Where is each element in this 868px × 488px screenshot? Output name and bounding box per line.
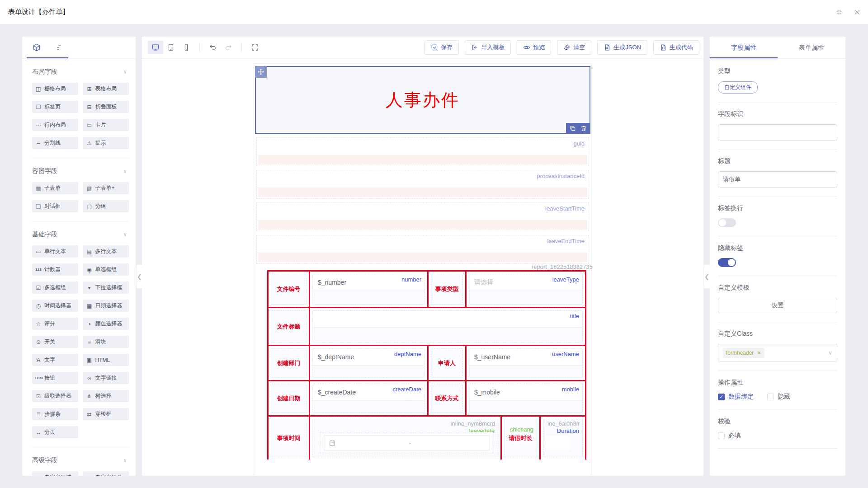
close-icon[interactable] (854, 9, 861, 16)
sidebar-item-group[interactable]: ▢分组 (83, 200, 129, 212)
cell-label-title[interactable]: 文件标题 (269, 308, 310, 345)
sidebar-item-custom-widget[interactable]: ▣自定义组件 (83, 471, 129, 476)
generate-code-button[interactable]: 生成代码 (653, 40, 699, 55)
sidebar-item-counter[interactable]: 123计数器 (32, 263, 78, 276)
hide-label-toggle[interactable] (718, 258, 736, 267)
sidebar-item-cascader[interactable]: ⊡级联选择器 (32, 390, 78, 402)
tab-field-properties[interactable]: 字段属性 (710, 37, 778, 58)
hidden-field-row[interactable]: leaveStartTime (256, 202, 589, 231)
remove-tag-icon[interactable]: ✕ (757, 350, 761, 356)
checkbox-data-binding[interactable]: ✓ 数据绑定 (718, 393, 754, 401)
components-cube-icon[interactable] (32, 43, 41, 52)
cell-field-leavedate[interactable]: inline_nym8mcrd leavedate - (310, 417, 502, 460)
sidebar-item-text-link[interactable]: ∞文字链接 (83, 372, 129, 384)
sidebar-item-inline-layout[interactable]: ⋯行内布局 (32, 119, 78, 131)
sidebar-item-switch[interactable]: ⊙开关 (32, 336, 78, 348)
cell-field-title[interactable]: title (310, 308, 585, 345)
sidebar-section-header[interactable]: 基础字段∨ (32, 221, 129, 239)
sidebar-item-tab-page[interactable]: ❐标签页 (32, 101, 78, 113)
label-wrap-toggle[interactable] (718, 218, 736, 227)
sidebar-item-steps[interactable]: ≣步骤条 (32, 408, 78, 420)
template-settings-button[interactable]: 设置 (718, 298, 837, 313)
cell-field-mobile[interactable]: $_mobile mobile (467, 381, 585, 415)
collapse-left-panel-handle[interactable]: ❮ (136, 264, 142, 289)
cell-field-number[interactable]: $_number number (310, 272, 429, 307)
device-phone-button[interactable] (179, 41, 194, 54)
sidebar-item-date-picker[interactable]: ▦日期选择器 (83, 300, 129, 312)
hidden-field-row[interactable]: processInstanceId (256, 170, 589, 199)
redo-icon[interactable] (221, 41, 236, 54)
cell-label-duration[interactable]: shichang 请假时长 (502, 417, 541, 460)
checkbox-hidden[interactable]: 隐藏 (767, 393, 790, 401)
tab-form-properties[interactable]: 表单属性 (778, 37, 845, 58)
sidebar-item-color-picker[interactable]: ◑颜色选择器 (83, 318, 129, 330)
sidebar-item-divider-line[interactable]: ┅分割线 (32, 137, 78, 149)
cell-field-dept[interactable]: $_deptName deptName (310, 346, 429, 380)
cell-label-applicant[interactable]: 申请人 (429, 346, 467, 380)
hidden-field-row[interactable]: guid (256, 137, 589, 166)
fullscreen-toggle-icon[interactable] (835, 9, 843, 16)
sidebar-item-dialog[interactable]: ❏对话框 (32, 200, 78, 212)
sidebar-item-table-layout[interactable]: ⊞表格布局 (83, 83, 129, 95)
cell-label-leave-type[interactable]: 事项类型 (429, 272, 467, 307)
sidebar-item-pagination[interactable]: ↔分页 (32, 426, 78, 438)
sidebar-item-button[interactable]: BTN按钮 (32, 372, 78, 384)
sidebar-item-sub-form[interactable]: ▦子表单 (32, 182, 78, 194)
sidebar-section-header[interactable]: 容器字段∨ (32, 158, 129, 175)
sidebar-item-multi-line-text[interactable]: ▤多行文本 (83, 245, 129, 258)
delete-icon[interactable] (580, 125, 587, 132)
outline-tree-icon[interactable] (55, 43, 64, 52)
inline-layout-container[interactable]: - (320, 432, 493, 453)
sidebar-item-rate[interactable]: ☆评分 (32, 318, 78, 330)
generate-json-button[interactable]: 生成JSON (597, 40, 647, 55)
form-header-component-selected[interactable]: 人事办件 (255, 66, 590, 134)
sidebar-section-header[interactable]: 高级字段∨ (32, 447, 129, 465)
hidden-field-row[interactable]: leaveEndTime (256, 235, 589, 264)
sidebar-item-transfer[interactable]: ⇄穿梭框 (83, 408, 129, 420)
sidebar-section-header[interactable]: 布局字段∨ (32, 59, 129, 76)
field-id-input[interactable] (718, 124, 837, 141)
sidebar-item-html[interactable]: ▣HTML (83, 354, 129, 366)
sidebar-item-alert-tip[interactable]: ⚠提示 (83, 137, 129, 149)
clear-button[interactable]: 清空 (557, 40, 591, 55)
canvas-fullscreen-icon[interactable] (247, 41, 263, 54)
label-wrap-label: 标签换行 (718, 204, 837, 212)
cell-field-create-date[interactable]: $_createDate createDate (310, 381, 429, 415)
sidebar-item-card[interactable]: ▭卡片 (83, 119, 129, 131)
sidebar-item-label: 卡片 (95, 121, 106, 129)
device-desktop-button[interactable] (148, 41, 163, 54)
sidebar-item-time-picker[interactable]: ◷时间选择器 (32, 300, 78, 312)
sidebar-item-radio-group[interactable]: ◉单选框组 (83, 263, 129, 276)
cell-label-dept[interactable]: 创建部门 (269, 346, 310, 380)
collapse-right-panel-handle[interactable]: ❮ (703, 264, 710, 289)
save-button[interactable]: 保存 (425, 40, 459, 55)
cell-field-leave-type[interactable]: 请选择 ∨ leaveType (467, 272, 585, 307)
move-handle-icon[interactable] (255, 66, 267, 78)
cell-label-number[interactable]: 文件编号 (269, 272, 310, 307)
checkbox-required[interactable]: 必填 (718, 432, 741, 440)
cell-field-applicant[interactable]: $_userName userName (467, 346, 585, 380)
type-tag[interactable]: 自定义组件 (718, 81, 758, 94)
sidebar-item-collapse-panel[interactable]: ⊟折叠面板 (83, 101, 129, 113)
preview-button[interactable]: 预览 (517, 40, 551, 55)
sidebar-item-checkbox-group[interactable]: ☑多选框组 (32, 282, 78, 294)
copy-icon[interactable] (569, 125, 576, 132)
device-tablet-button[interactable] (163, 41, 179, 54)
sidebar-item-tree-select[interactable]: ⋔树选择 (83, 390, 129, 402)
cell-label-create-date[interactable]: 创建日期 (269, 381, 310, 415)
cell-label-event-time[interactable]: 事项时间 (269, 417, 310, 460)
import-template-button[interactable]: 导入模板 (465, 40, 511, 55)
sidebar-item-sub-form-plus[interactable]: ▧子表单+ (83, 182, 129, 194)
sidebar-item-grid-layout[interactable]: ◫栅格布局 (32, 83, 78, 95)
cell-label-contact[interactable]: 联系方式 (429, 381, 467, 415)
cell-field-duration[interactable]: ine_6ai0h8lr Duration (541, 417, 585, 460)
sidebar-item-custom-area[interactable]: ▢自定义区域 (32, 471, 78, 476)
undo-icon[interactable] (205, 41, 221, 54)
custom-class-select[interactable]: formheader ✕ ∨ (718, 344, 837, 362)
calendar-icon (329, 439, 336, 446)
title-input[interactable] (718, 171, 837, 188)
sidebar-item-single-line-text[interactable]: ▭单行文本 (32, 245, 78, 258)
sidebar-item-slider[interactable]: ≡滑块 (83, 336, 129, 348)
sidebar-item-select[interactable]: ▾下拉选择框 (83, 282, 129, 294)
sidebar-item-text[interactable]: A文字 (32, 354, 78, 366)
